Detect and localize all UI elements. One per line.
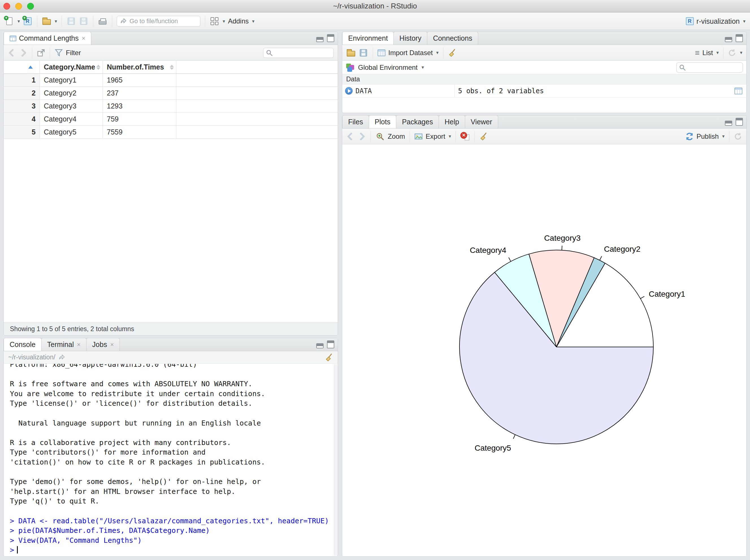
tab-plots[interactable]: Plots <box>369 115 396 128</box>
back-icon[interactable] <box>8 48 16 57</box>
pane-layout-caret-icon[interactable]: ▾ <box>223 18 225 24</box>
pie-label-Category5: Category5 <box>474 444 511 452</box>
clear-console-broom-icon[interactable] <box>325 353 333 362</box>
environment-tabbar: Environment History Connections <box>342 32 746 45</box>
export-image-icon[interactable] <box>414 132 423 141</box>
table-row[interactable]: 1Category11965 <box>4 74 338 87</box>
clear-all-plots-broom-icon[interactable] <box>479 132 488 141</box>
tab-viewer[interactable]: Viewer <box>465 115 498 128</box>
console-output[interactable]: Platform: x86_64-apple-darwin15.6.0 (64-… <box>4 364 334 556</box>
tab-environment[interactable]: Environment <box>342 32 394 45</box>
console-scrollbar[interactable] <box>334 364 337 556</box>
save-all-icon[interactable] <box>79 16 88 26</box>
addins-button[interactable]: Addins <box>228 17 249 25</box>
minimize-window-button[interactable] <box>15 3 22 9</box>
environment-pane: Environment History Connections Import D… <box>342 32 747 113</box>
pane-layout-icon[interactable] <box>210 16 219 26</box>
addins-caret-icon[interactable]: ▾ <box>252 18 255 24</box>
list-view-button[interactable]: List <box>703 49 713 57</box>
open-file-icon[interactable] <box>42 16 52 26</box>
list-view-icon[interactable]: ≡ <box>695 49 699 57</box>
tab-terminal[interactable]: Terminal× <box>41 338 86 351</box>
list-view-caret-icon[interactable]: ▾ <box>716 50 719 56</box>
filter-button[interactable]: Filter <box>66 49 81 57</box>
tab-command-lengths[interactable]: Command Lengths × <box>4 32 91 45</box>
tab-jobs[interactable]: Jobs× <box>86 338 120 351</box>
pane-minimize-button[interactable] <box>316 37 323 42</box>
pane-maximize-button[interactable] <box>735 34 743 42</box>
zoom-plot-icon[interactable] <box>375 132 385 141</box>
cell-category-name: Category5 <box>40 126 103 138</box>
table-row[interactable]: 3Category31293 <box>4 100 338 113</box>
export-caret-icon[interactable]: ▾ <box>449 133 451 139</box>
import-dataset-button[interactable]: Import Dataset <box>388 49 433 57</box>
environment-object-row[interactable]: DATA 5 obs. of 2 variables <box>342 84 746 98</box>
tab-help[interactable]: Help <box>439 115 465 128</box>
pane-minimize-button[interactable] <box>725 121 732 126</box>
zoom-button[interactable]: Zoom <box>388 133 405 140</box>
window-title: ~/r-visualization - RStudio <box>0 2 750 11</box>
close-tab-icon[interactable]: × <box>82 35 85 42</box>
print-icon[interactable] <box>98 16 107 26</box>
open-recent-caret-icon[interactable]: ▾ <box>55 18 57 24</box>
table-row[interactable]: 2Category2237 <box>4 87 338 100</box>
expand-object-icon[interactable] <box>345 87 353 95</box>
environment-search-input[interactable] <box>688 64 741 71</box>
publish-button[interactable]: Publish <box>696 133 719 140</box>
close-window-button[interactable] <box>3 3 10 9</box>
data-viewer-search-box[interactable] <box>263 48 334 58</box>
clear-environment-broom-icon[interactable] <box>448 48 456 57</box>
table-row[interactable]: 5Category57559 <box>4 126 338 139</box>
tab-console[interactable]: Console <box>4 338 42 351</box>
console-line-output: Type 'demo()' for some demos, 'help()' f… <box>10 477 334 487</box>
open-in-files-icon[interactable] <box>58 354 65 361</box>
window-titlebar: ~/r-visualization - RStudio <box>0 0 750 13</box>
refresh-plot-icon[interactable] <box>734 132 742 141</box>
import-dataset-icon[interactable] <box>378 49 386 56</box>
new-project-icon[interactable]: R+ <box>23 16 33 26</box>
save-icon[interactable] <box>66 16 76 26</box>
new-file-icon[interactable]: + <box>4 16 14 26</box>
tab-history[interactable]: History <box>393 32 427 45</box>
pane-minimize-button[interactable] <box>316 343 323 348</box>
export-button[interactable]: Export <box>426 133 445 140</box>
previous-plot-icon[interactable] <box>346 132 355 141</box>
column-header-category-name[interactable]: Category.Name <box>40 61 103 74</box>
pane-maximize-button[interactable] <box>327 34 334 42</box>
close-tab-icon[interactable]: × <box>77 341 81 348</box>
data-viewer-search-input[interactable] <box>275 49 331 57</box>
publish-caret-icon[interactable]: ▾ <box>722 133 725 139</box>
close-tab-icon[interactable]: × <box>110 341 114 348</box>
column-header-number-of-times[interactable]: Number.of.Times <box>103 61 176 74</box>
tab-packages[interactable]: Packages <box>396 115 439 128</box>
filter-funnel-icon[interactable] <box>55 48 63 57</box>
pane-maximize-button[interactable] <box>735 118 743 126</box>
view-data-grid-icon[interactable] <box>734 87 742 94</box>
environment-scope-caret-icon[interactable]: ▾ <box>422 64 424 71</box>
next-plot-icon[interactable] <box>357 132 366 141</box>
project-menu-button[interactable]: R r-visualization ▾ <box>686 17 746 25</box>
pie-chart: Category1Category2Category3Category4Cate… <box>342 145 746 557</box>
load-workspace-icon[interactable] <box>346 48 356 58</box>
pane-maximize-button[interactable] <box>327 340 334 348</box>
remove-plot-icon[interactable]: ✕ <box>460 132 470 141</box>
table-row[interactable]: 4Category4759 <box>4 113 338 126</box>
import-dataset-caret-icon[interactable]: ▾ <box>436 50 439 56</box>
row-number-header[interactable] <box>4 61 40 74</box>
pane-minimize-button[interactable] <box>725 37 732 42</box>
goto-file-function-box[interactable] <box>117 16 200 26</box>
global-environment-icon <box>346 63 355 72</box>
forward-icon[interactable] <box>19 48 27 57</box>
project-name: r-visualization <box>696 17 740 25</box>
refresh-caret-icon[interactable]: ▾ <box>740 50 742 56</box>
save-workspace-icon[interactable] <box>359 48 368 58</box>
tab-files[interactable]: Files <box>342 115 369 128</box>
refresh-icon[interactable] <box>728 48 736 57</box>
zoom-window-button[interactable] <box>27 3 34 9</box>
goto-file-function-input[interactable] <box>130 18 197 25</box>
environment-scope-button[interactable]: Global Environment <box>358 64 418 72</box>
new-file-caret-icon[interactable]: ▾ <box>18 18 20 24</box>
popout-window-icon[interactable] <box>37 48 45 57</box>
environment-search-box[interactable] <box>676 62 743 73</box>
tab-connections[interactable]: Connections <box>427 32 478 45</box>
